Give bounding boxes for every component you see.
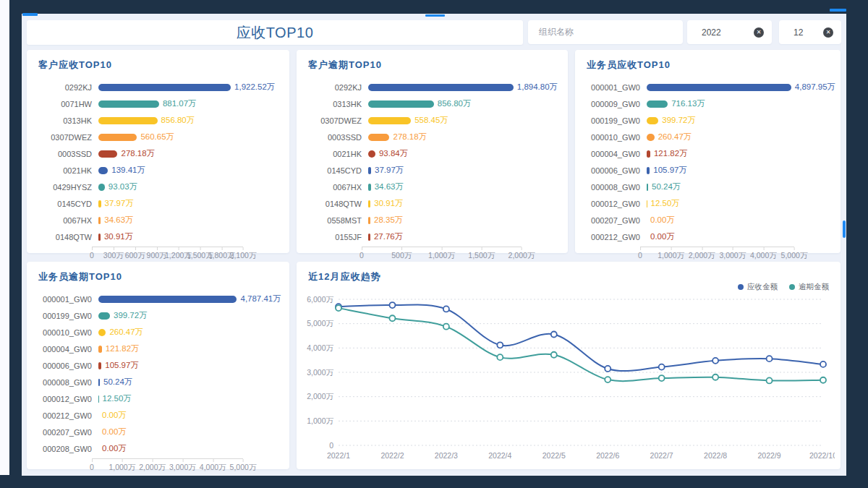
data-point[interactable] (659, 364, 665, 370)
bar[interactable] (647, 134, 655, 141)
data-point[interactable] (820, 361, 826, 367)
x-axis: 01,000万2,000万3,000万4,000万5,000万 (587, 247, 829, 261)
bar[interactable] (98, 329, 106, 336)
bar-value-label: 12.50万 (103, 393, 132, 404)
bar[interactable] (368, 200, 370, 207)
line-series[interactable] (339, 305, 823, 372)
data-point[interactable] (767, 377, 773, 383)
bar[interactable] (98, 312, 110, 320)
bar[interactable] (368, 134, 389, 141)
data-point[interactable] (497, 342, 503, 348)
data-point[interactable] (497, 354, 503, 360)
bar-value-label: 558.45万 (414, 115, 448, 126)
data-point[interactable] (389, 302, 395, 308)
x-axis-tick-label: 2,000万 (139, 463, 166, 473)
data-point[interactable] (712, 374, 718, 380)
x-axis-tick-label: 2,100万 (230, 251, 257, 261)
data-point[interactable] (767, 356, 773, 361)
data-point[interactable] (336, 305, 341, 311)
year-filter[interactable]: 2022 ✕ (687, 20, 772, 44)
bar-category-label: 000208_GW0 (38, 445, 98, 453)
legend-item-receivable[interactable]: 应收金额 (738, 282, 778, 292)
bar[interactable] (647, 117, 658, 124)
data-point[interactable] (659, 375, 665, 381)
bar-row: 0307DWEZ560.65万 (38, 129, 278, 145)
bar[interactable] (98, 296, 237, 303)
data-point[interactable] (443, 306, 449, 312)
scrollbar-thumb[interactable] (843, 221, 846, 238)
bar-category-label: 000207_GW0 (38, 428, 98, 437)
dashboard-content: 应收TOP10 组织名称 2022 ✕ 12 ✕ 客户应收TOP10 0292K… (22, 14, 846, 476)
clear-icon[interactable]: ✕ (754, 27, 764, 38)
line-series[interactable] (339, 308, 823, 381)
bar[interactable] (98, 184, 105, 191)
bar[interactable] (98, 346, 102, 353)
x-axis-tick-label: 2022/3 (435, 451, 458, 460)
bar[interactable] (647, 100, 668, 108)
bar[interactable] (647, 150, 650, 158)
data-point[interactable] (389, 315, 395, 321)
x-axis-tick-label: 2022/10 (809, 451, 835, 460)
bar[interactable] (98, 379, 100, 386)
org-name-input[interactable]: 组织名称 (528, 20, 683, 44)
data-point[interactable] (605, 377, 610, 382)
bar[interactable] (368, 234, 370, 241)
bar-row: 0148QTW30.91万 (38, 228, 278, 245)
bar-category-label: 000199_GW0 (587, 116, 647, 125)
bar[interactable] (368, 117, 411, 124)
data-point[interactable] (820, 377, 826, 383)
bar-row: 000207_GW00.00万 (38, 424, 278, 440)
data-point[interactable] (551, 331, 557, 337)
x-axis-tick-label: 0 (90, 463, 94, 471)
chart-card-12month-receivable-trend: 近12月应收趋势 应收金额 逾期金额 01,000万2,000万3,000万4,… (297, 262, 841, 469)
bar-value-label: 121.82万 (654, 148, 688, 159)
bar-category-label: 000004_GW0 (38, 345, 98, 354)
bar-value-label: 50.24万 (652, 181, 681, 192)
bar[interactable] (647, 200, 647, 207)
clear-icon[interactable]: ✕ (823, 27, 833, 38)
month-filter[interactable]: 12 ✕ (779, 20, 841, 44)
bar[interactable] (98, 362, 101, 369)
bar[interactable] (98, 200, 101, 207)
x-axis-tick-label: 2022/8 (704, 451, 727, 460)
bar[interactable] (98, 395, 99, 403)
bar[interactable] (98, 134, 137, 141)
bar-row: 0021HK139.41万 (38, 162, 278, 179)
data-point[interactable] (712, 358, 718, 364)
bar[interactable] (647, 167, 650, 174)
bar[interactable] (368, 217, 370, 224)
legend-item-overdue[interactable]: 逾期金额 (789, 282, 829, 292)
data-point[interactable] (605, 366, 610, 372)
bar-row: 000199_GW0399.72万 (38, 307, 278, 324)
bar-value-label: 28.35万 (374, 215, 403, 226)
bar-category-label: 000001_GW0 (587, 83, 647, 92)
bar[interactable] (368, 100, 434, 108)
data-point[interactable] (551, 352, 557, 358)
bar[interactable] (98, 167, 108, 174)
bar-row: 000004_GW0121.82万 (38, 341, 278, 357)
bar-row: 000012_GW012.50万 (38, 390, 278, 407)
bar[interactable] (98, 84, 231, 91)
bar[interactable] (368, 167, 371, 174)
bar-category-label: 0155JF (308, 233, 368, 241)
bar[interactable] (98, 234, 101, 241)
bar-chart: 000001_GW04,787.41万000199_GW0399.72万0000… (38, 291, 278, 457)
bar[interactable] (368, 150, 375, 158)
x-axis: 0500万1,000万1,500万2,000万 (308, 247, 556, 261)
data-point[interactable] (443, 324, 449, 330)
bar[interactable] (647, 84, 791, 91)
bar[interactable] (368, 184, 371, 191)
bar[interactable] (98, 217, 101, 224)
legend-label: 应收金额 (747, 282, 778, 292)
bar-row: 000207_GW00.00万 (587, 212, 829, 228)
bar[interactable] (98, 117, 158, 124)
bar-value-label: 30.91万 (104, 231, 133, 242)
month-value: 12 (793, 27, 803, 38)
bar[interactable] (647, 184, 648, 191)
bar[interactable] (98, 100, 159, 108)
y-axis-tick-label: 6,000万 (307, 295, 333, 304)
bar-category-label: 0067HX (308, 183, 368, 192)
bar-category-label: 0558MST (308, 216, 368, 225)
bar[interactable] (98, 150, 117, 158)
bar[interactable] (368, 84, 514, 91)
